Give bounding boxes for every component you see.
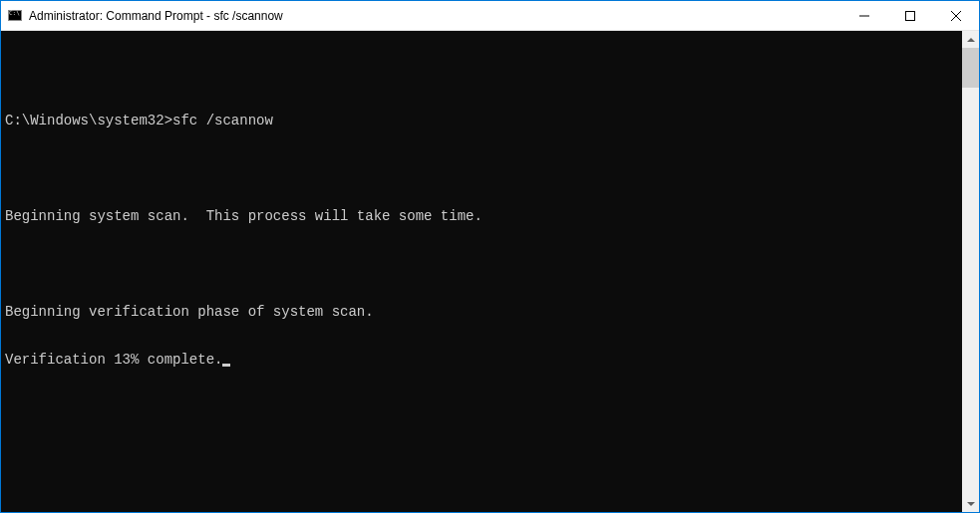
scroll-up-button[interactable] — [962, 31, 979, 48]
progress-text: Verification 13% complete. — [5, 352, 222, 368]
prompt: C:\Windows\system32> — [5, 113, 172, 128]
titlebar-left: Administrator: Command Prompt - sfc /sca… — [7, 8, 283, 24]
maximize-button[interactable] — [887, 1, 933, 30]
terminal-blank-line — [5, 256, 958, 272]
scroll-track[interactable] — [962, 48, 979, 495]
cursor — [222, 364, 230, 367]
close-button[interactable] — [933, 1, 979, 30]
minimize-icon — [859, 11, 869, 21]
window-title: Administrator: Command Prompt - sfc /sca… — [29, 9, 283, 23]
command-text: sfc /scannow — [172, 113, 273, 128]
scan-start-line: Beginning system scan. This process will… — [5, 208, 958, 224]
progress-line: Verification 13% complete. — [5, 352, 958, 368]
maximize-icon — [905, 11, 915, 21]
client-area: C:\Windows\system32>sfc /scannow Beginni… — [1, 31, 979, 512]
scroll-thumb[interactable] — [962, 48, 979, 88]
svg-rect-1 — [906, 11, 915, 20]
minimize-button[interactable] — [841, 1, 887, 30]
command-prompt-window: Administrator: Command Prompt - sfc /sca… — [0, 0, 980, 513]
chevron-down-icon — [967, 502, 975, 506]
verify-phase-line: Beginning verification phase of system s… — [5, 304, 958, 320]
terminal-output[interactable]: C:\Windows\system32>sfc /scannow Beginni… — [1, 31, 962, 512]
close-icon — [951, 11, 961, 21]
vertical-scrollbar[interactable] — [962, 31, 979, 512]
titlebar[interactable]: Administrator: Command Prompt - sfc /sca… — [1, 1, 979, 31]
window-controls — [841, 1, 979, 30]
chevron-up-icon — [967, 38, 975, 42]
scroll-down-button[interactable] — [962, 495, 979, 512]
cmd-icon — [7, 8, 23, 24]
terminal-blank-line — [5, 65, 958, 81]
terminal-blank-line — [5, 160, 958, 176]
prompt-line: C:\Windows\system32>sfc /scannow — [5, 113, 958, 128]
